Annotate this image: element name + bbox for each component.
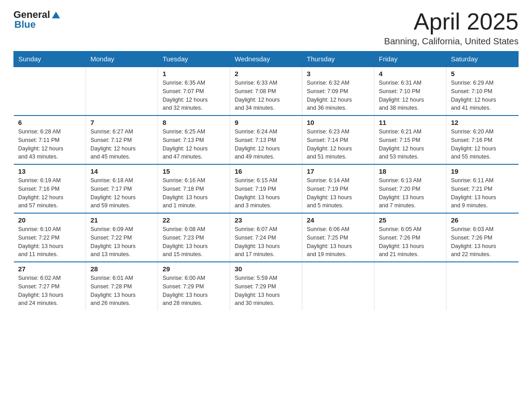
calendar-table: SundayMondayTuesdayWednesdayThursdayFrid… xyxy=(13,51,519,310)
day-number: 26 xyxy=(451,216,514,224)
day-number: 1 xyxy=(163,70,225,77)
day-info: Sunrise: 6:32 AM Sunset: 7:09 PM Dayligh… xyxy=(307,79,369,112)
day-number: 17 xyxy=(307,167,369,175)
calendar-day-cell: 25Sunrise: 6:05 AM Sunset: 7:26 PM Dayli… xyxy=(374,213,446,262)
day-info: Sunrise: 6:20 AM Sunset: 7:16 PM Dayligh… xyxy=(451,128,514,161)
day-of-week-header: Saturday xyxy=(446,51,519,67)
calendar-day-cell: 10Sunrise: 6:23 AM Sunset: 7:14 PM Dayli… xyxy=(302,116,374,164)
day-number: 29 xyxy=(163,265,225,273)
day-info: Sunrise: 6:24 AM Sunset: 7:13 PM Dayligh… xyxy=(235,128,297,161)
day-info: Sunrise: 6:01 AM Sunset: 7:28 PM Dayligh… xyxy=(90,274,153,308)
day-info: Sunrise: 6:11 AM Sunset: 7:21 PM Dayligh… xyxy=(451,176,514,210)
day-number: 4 xyxy=(379,70,442,77)
day-number: 25 xyxy=(379,216,442,224)
logo-blue-text: Blue xyxy=(14,19,36,30)
calendar-day-cell: 2Sunrise: 6:33 AM Sunset: 7:08 PM Daylig… xyxy=(230,67,302,116)
day-info: Sunrise: 6:07 AM Sunset: 7:24 PM Dayligh… xyxy=(235,225,297,259)
day-info: Sunrise: 6:15 AM Sunset: 7:19 PM Dayligh… xyxy=(235,176,297,210)
calendar-day-cell: 27Sunrise: 6:02 AM Sunset: 7:27 PM Dayli… xyxy=(14,262,86,310)
day-of-week-header: Thursday xyxy=(302,51,374,67)
calendar-day-cell: 29Sunrise: 6:00 AM Sunset: 7:29 PM Dayli… xyxy=(158,262,230,310)
calendar-week-row: 20Sunrise: 6:10 AM Sunset: 7:22 PM Dayli… xyxy=(14,213,519,262)
day-info: Sunrise: 6:28 AM Sunset: 7:11 PM Dayligh… xyxy=(18,128,82,161)
calendar-week-row: 6Sunrise: 6:28 AM Sunset: 7:11 PM Daylig… xyxy=(14,116,519,164)
calendar-day-cell: 7Sunrise: 6:27 AM Sunset: 7:12 PM Daylig… xyxy=(86,116,158,164)
calendar-day-cell: 19Sunrise: 6:11 AM Sunset: 7:21 PM Dayli… xyxy=(446,164,519,213)
day-number: 12 xyxy=(451,119,514,126)
day-info: Sunrise: 5:59 AM Sunset: 7:29 PM Dayligh… xyxy=(235,274,297,308)
day-of-week-header: Sunday xyxy=(14,51,86,67)
day-number: 30 xyxy=(235,265,297,273)
calendar-day-cell: 16Sunrise: 6:15 AM Sunset: 7:19 PM Dayli… xyxy=(230,164,302,213)
calendar-week-row: 13Sunrise: 6:19 AM Sunset: 7:16 PM Dayli… xyxy=(14,164,519,213)
day-info: Sunrise: 6:00 AM Sunset: 7:29 PM Dayligh… xyxy=(163,274,225,308)
day-number: 19 xyxy=(451,167,514,175)
calendar-day-cell xyxy=(86,67,158,116)
calendar-day-cell: 1Sunrise: 6:35 AM Sunset: 7:07 PM Daylig… xyxy=(158,67,230,116)
day-number: 6 xyxy=(18,119,82,126)
calendar-day-cell: 28Sunrise: 6:01 AM Sunset: 7:28 PM Dayli… xyxy=(86,262,158,310)
calendar-day-cell: 11Sunrise: 6:21 AM Sunset: 7:15 PM Dayli… xyxy=(374,116,446,164)
calendar-day-cell xyxy=(374,262,446,310)
calendar-day-cell: 24Sunrise: 6:06 AM Sunset: 7:25 PM Dayli… xyxy=(302,213,374,262)
calendar-day-cell: 6Sunrise: 6:28 AM Sunset: 7:11 PM Daylig… xyxy=(14,116,86,164)
day-number: 24 xyxy=(307,216,369,224)
day-number: 14 xyxy=(90,167,153,175)
day-number: 20 xyxy=(18,216,82,224)
calendar-week-row: 27Sunrise: 6:02 AM Sunset: 7:27 PM Dayli… xyxy=(14,262,519,310)
day-info: Sunrise: 6:33 AM Sunset: 7:08 PM Dayligh… xyxy=(235,79,297,112)
svg-marker-0 xyxy=(52,12,60,18)
logo: General Blue xyxy=(13,9,61,30)
day-info: Sunrise: 6:03 AM Sunset: 7:26 PM Dayligh… xyxy=(451,225,514,259)
calendar-day-cell: 3Sunrise: 6:32 AM Sunset: 7:09 PM Daylig… xyxy=(302,67,374,116)
calendar-day-cell: 5Sunrise: 6:29 AM Sunset: 7:10 PM Daylig… xyxy=(446,67,519,116)
calendar-day-cell: 20Sunrise: 6:10 AM Sunset: 7:22 PM Dayli… xyxy=(14,213,86,262)
day-info: Sunrise: 6:23 AM Sunset: 7:14 PM Dayligh… xyxy=(307,128,369,161)
day-number: 22 xyxy=(163,216,225,224)
calendar-day-cell: 12Sunrise: 6:20 AM Sunset: 7:16 PM Dayli… xyxy=(446,116,519,164)
calendar-week-row: 1Sunrise: 6:35 AM Sunset: 7:07 PM Daylig… xyxy=(14,67,519,116)
page-title: April 2025 xyxy=(384,9,519,34)
calendar-day-cell: 21Sunrise: 6:09 AM Sunset: 7:22 PM Dayli… xyxy=(86,213,158,262)
day-of-week-header: Monday xyxy=(86,51,158,67)
day-info: Sunrise: 6:08 AM Sunset: 7:23 PM Dayligh… xyxy=(163,225,225,259)
day-info: Sunrise: 6:14 AM Sunset: 7:19 PM Dayligh… xyxy=(307,176,369,210)
day-info: Sunrise: 6:18 AM Sunset: 7:17 PM Dayligh… xyxy=(90,176,153,210)
day-number: 3 xyxy=(307,70,369,77)
day-info: Sunrise: 6:21 AM Sunset: 7:15 PM Dayligh… xyxy=(379,128,442,161)
title-block: April 2025 Banning, California, United S… xyxy=(384,9,519,47)
day-info: Sunrise: 6:35 AM Sunset: 7:07 PM Dayligh… xyxy=(163,79,225,112)
day-info: Sunrise: 6:02 AM Sunset: 7:27 PM Dayligh… xyxy=(18,274,82,308)
day-number: 15 xyxy=(163,167,225,175)
day-number: 27 xyxy=(18,265,82,273)
calendar-day-cell: 15Sunrise: 6:16 AM Sunset: 7:18 PM Dayli… xyxy=(158,164,230,213)
day-info: Sunrise: 6:09 AM Sunset: 7:22 PM Dayligh… xyxy=(90,225,153,259)
day-info: Sunrise: 6:10 AM Sunset: 7:22 PM Dayligh… xyxy=(18,225,82,259)
calendar-header-row: SundayMondayTuesdayWednesdayThursdayFrid… xyxy=(14,51,519,67)
calendar-day-cell xyxy=(14,67,86,116)
day-number: 5 xyxy=(451,70,514,77)
day-of-week-header: Tuesday xyxy=(158,51,230,67)
logo-triangle-icon xyxy=(51,11,61,19)
day-number: 9 xyxy=(235,119,297,126)
calendar-day-cell xyxy=(446,262,519,310)
day-number: 28 xyxy=(90,265,153,273)
calendar-day-cell: 8Sunrise: 6:25 AM Sunset: 7:13 PM Daylig… xyxy=(158,116,230,164)
day-number: 11 xyxy=(379,119,442,126)
calendar-day-cell: 23Sunrise: 6:07 AM Sunset: 7:24 PM Dayli… xyxy=(230,213,302,262)
day-info: Sunrise: 6:13 AM Sunset: 7:20 PM Dayligh… xyxy=(379,176,442,210)
calendar-day-cell: 4Sunrise: 6:31 AM Sunset: 7:10 PM Daylig… xyxy=(374,67,446,116)
day-of-week-header: Wednesday xyxy=(230,51,302,67)
calendar-day-cell: 13Sunrise: 6:19 AM Sunset: 7:16 PM Dayli… xyxy=(14,164,86,213)
calendar-day-cell: 26Sunrise: 6:03 AM Sunset: 7:26 PM Dayli… xyxy=(446,213,519,262)
day-number: 21 xyxy=(90,216,153,224)
day-info: Sunrise: 6:27 AM Sunset: 7:12 PM Dayligh… xyxy=(90,128,153,161)
calendar-day-cell: 9Sunrise: 6:24 AM Sunset: 7:13 PM Daylig… xyxy=(230,116,302,164)
day-number: 7 xyxy=(90,119,153,126)
day-info: Sunrise: 6:19 AM Sunset: 7:16 PM Dayligh… xyxy=(18,176,82,210)
day-number: 2 xyxy=(235,70,297,77)
page-header: General Blue April 2025 Banning, Califor… xyxy=(13,9,519,47)
day-number: 16 xyxy=(235,167,297,175)
day-number: 23 xyxy=(235,216,297,224)
day-number: 13 xyxy=(18,167,82,175)
